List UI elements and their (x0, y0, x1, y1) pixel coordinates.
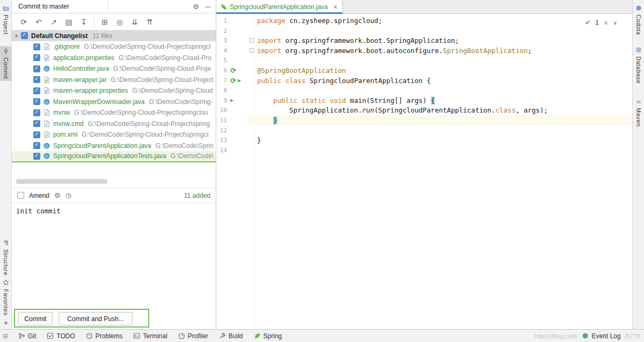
fold-marker-icon[interactable] (250, 48, 254, 53)
problems-statusbar-button[interactable]: Problems (86, 332, 123, 340)
file-row[interactable]: .gitignoreG:\DemoCode\Spring-Cloud-Proje… (12, 41, 216, 53)
code-line[interactable]: 1package cn.zysheep.springcloud; (216, 16, 632, 26)
run-icon[interactable]: ▶ (238, 78, 241, 83)
file-row[interactable]: pom.xmlG:\DemoCode\Spring-Cloud-Project\… (12, 129, 216, 140)
file-checkbox[interactable] (33, 120, 40, 127)
code-text: public static void main(String[] args) { (257, 95, 435, 106)
gear-icon[interactable]: ⚙ (193, 3, 199, 10)
profiler-icon (178, 332, 185, 339)
code-line[interactable]: 4import org.springframework.boot.autocon… (216, 46, 632, 56)
changes-tree: ▾ Default Changelist 11 files .gitignore… (12, 30, 216, 162)
file-checkbox[interactable] (33, 87, 40, 94)
tool-window-button-database[interactable]: Database (633, 45, 644, 85)
close-icon[interactable]: × (333, 3, 338, 11)
diff-icon[interactable]: ▤ (62, 18, 75, 26)
code-line[interactable]: 7⟳▶public class SpringcloudParentApplica… (216, 76, 632, 86)
code-editor[interactable]: 1package cn.zysheep.springcloud;23import… (216, 14, 632, 329)
file-row[interactable]: CSpringcloudParentApplication.javaG:\Dem… (12, 140, 216, 152)
code-line[interactable]: 12 (216, 125, 632, 136)
code-line[interactable]: 9▶ public static void main(String[] args… (216, 95, 632, 106)
chevron-down-icon[interactable]: ▾ (15, 33, 18, 39)
rollback-icon[interactable]: ↶ (32, 18, 45, 26)
file-row[interactable]: maven-wrapper.propertiesG:\DemoCode\Spri… (12, 85, 216, 96)
collapse-all-icon[interactable]: ⇈ (143, 18, 156, 26)
spring-statusbar-button[interactable]: Spring (254, 332, 282, 340)
file-checkbox[interactable] (33, 65, 40, 72)
file-row[interactable]: mvnwG:\DemoCode\Spring-Cloud-Project\spr… (12, 107, 216, 118)
rerun-icon[interactable]: ⟳ (230, 77, 236, 84)
tool-window-button-favorites[interactable]: Favorites (0, 278, 12, 317)
file-checkbox[interactable] (33, 76, 40, 83)
commit-button[interactable]: Commit (18, 312, 53, 325)
file-checkbox[interactable] (33, 54, 40, 61)
commit-panel-title-tab[interactable]: Commit to master (12, 0, 108, 13)
tool-windows-icon[interactable]: ⊞ (3, 332, 8, 340)
todo-statusbar-button[interactable]: TODO (47, 332, 75, 340)
file-checkbox[interactable] (33, 153, 40, 160)
code-line[interactable]: 3import org.springframework.boot.SpringA… (216, 35, 632, 46)
jump-icon[interactable]: ↗ (47, 18, 60, 26)
file-row[interactable]: maven-wrapper.jarG:\DemoCode\Spring-Clou… (12, 75, 216, 86)
file-checkbox[interactable] (33, 131, 40, 138)
file-checkbox[interactable] (33, 98, 40, 105)
hide-icon[interactable]: ─ (206, 3, 210, 10)
file-row[interactable]: CHelloController.javaG:\DemoCode\Spring-… (12, 63, 216, 75)
build-statusbar-button[interactable]: Build (219, 332, 243, 340)
file-row[interactable]: CMavenWrapperDownloader.javaG:\DemoCode\… (12, 96, 216, 108)
star-icon[interactable]: ★ (0, 319, 12, 326)
commit-and-push-button[interactable]: Commit and Push... (58, 312, 133, 325)
group-by-icon[interactable]: ⊞ (98, 18, 111, 26)
code-line[interactable]: 10 SpringApplication.run(SpringcloudPare… (216, 105, 632, 115)
tool-window-button-project[interactable]: Project (0, 3, 12, 36)
tool-window-button-maven[interactable]: mMaven (633, 96, 644, 129)
code-line[interactable]: 11 } (216, 115, 632, 125)
file-row[interactable]: CSpringcloudParentApplicationTests.javaG… (12, 151, 216, 162)
changelist-row[interactable]: ▾ Default Changelist 11 files (12, 30, 216, 41)
refresh-icon[interactable]: ⟳ (17, 18, 30, 26)
code-line[interactable]: 14 (216, 145, 632, 155)
commit-options-gear-icon[interactable]: ⚙ (54, 192, 61, 199)
tool-window-button-commit[interactable]: Commit (0, 46, 12, 81)
file-row[interactable]: mvnw.cmdG:\DemoCode\Spring-Cloud-Project… (12, 118, 216, 130)
svg-text:C: C (45, 100, 48, 105)
fold-marker-icon[interactable] (250, 38, 254, 42)
gutter-icons (230, 145, 248, 155)
git-statusbar-button[interactable]: Git (18, 332, 36, 340)
tool-window-button-codota[interactable]: Codota (633, 3, 644, 36)
run-icon[interactable]: ▶ (230, 98, 233, 103)
code-line[interactable]: 8 (216, 85, 632, 95)
event-log-button[interactable]: Event Log (582, 332, 620, 340)
next-problem-icon[interactable]: ∨ (613, 19, 617, 26)
code-line[interactable]: 13} (216, 135, 632, 145)
file-checkbox[interactable] (33, 109, 40, 116)
code-line[interactable]: 6⟳@SpringBootApplication (216, 65, 632, 76)
left-tool-window-bar: ★ ProjectCommitStructureFavorites (0, 0, 12, 329)
commit-message-input[interactable]: init commit (12, 203, 216, 296)
preview-icon[interactable]: ◎ (113, 18, 126, 26)
file-checkbox[interactable] (33, 142, 40, 149)
favorites-icon (3, 279, 9, 287)
rerun-icon[interactable]: ⟳ (230, 67, 236, 74)
profiler-statusbar-button[interactable]: Profiler (178, 332, 208, 340)
code-line[interactable]: 2 (216, 26, 632, 36)
editor: SpringcloudParentApplication.java × 1pac… (216, 0, 632, 329)
code-line[interactable]: 5 (216, 55, 632, 65)
tool-window-label: Structure (3, 249, 9, 276)
file-name: SpringcloudParentApplicationTests.java (53, 152, 166, 160)
statusbar-label: Build (229, 332, 243, 340)
horizontal-scrollbar[interactable] (16, 179, 107, 184)
changelist-checkbox[interactable] (21, 32, 28, 39)
amend-checkbox[interactable] (17, 192, 24, 199)
file-row[interactable]: application.propertiesG:\DemoCode\Spring… (12, 53, 216, 64)
history-icon[interactable]: ◷ (65, 192, 71, 199)
tool-window-button-structure[interactable]: Structure (0, 238, 12, 277)
file-path: G:\DemoCode\ (171, 152, 214, 160)
tab-springcloudparentapplication-java[interactable]: SpringcloudParentApplication.java × (216, 0, 343, 13)
file-path: G:\DemoCode\Spring-Cloud-Proje (113, 65, 211, 72)
expand-all-icon[interactable]: ⇊ (128, 18, 141, 26)
terminal-statusbar-button[interactable]: Terminal (133, 332, 167, 340)
shelve-icon[interactable]: ↧ (77, 18, 90, 26)
prev-problem-icon[interactable]: ∧ (604, 19, 608, 26)
file-checkbox[interactable] (33, 43, 40, 50)
changelist-name: Default Changelist (31, 32, 87, 40)
